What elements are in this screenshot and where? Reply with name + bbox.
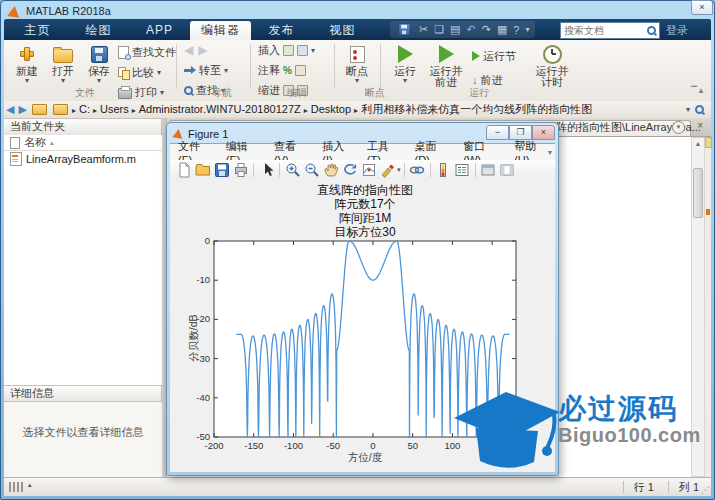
undo-icon[interactable]: ↶	[467, 23, 476, 36]
addr-dropdown-icon[interactable]: ▾	[686, 105, 690, 114]
insert-section-icon[interactable]	[283, 45, 294, 56]
menu-overflow-icon[interactable]: ▾	[548, 148, 552, 157]
code-analyzer-indicator[interactable]	[705, 137, 712, 148]
folder-columns-header[interactable]: 名称 ▴	[4, 135, 162, 151]
addr-back-icon[interactable]: ◀	[6, 103, 14, 116]
main-close-button[interactable]: ×	[691, 0, 713, 15]
addr-forward-icon[interactable]: ▶	[18, 103, 26, 116]
group-label-run: 运行	[444, 86, 514, 100]
link-plots-icon[interactable]	[408, 161, 427, 178]
quick-access-toolbar: ✂ ❏ ▤ ↶ ↷ ▦ ? ▾	[390, 21, 535, 38]
find-files-icon	[118, 46, 129, 59]
quick-save-icon[interactable]	[398, 23, 410, 35]
graduation-cap-icon	[446, 384, 566, 480]
hide-plot-tools-icon[interactable]	[479, 161, 498, 178]
search-input[interactable]	[561, 25, 647, 36]
brush-icon[interactable]	[378, 161, 397, 178]
editor-tab-close-icon[interactable]: ×	[697, 120, 703, 131]
insert-fx-icon[interactable]	[297, 45, 308, 56]
copy-icon[interactable]: ❏	[434, 23, 444, 36]
switch-window-icon[interactable]: ▦	[497, 23, 507, 36]
plot-title-line4: 目标方位30	[214, 225, 516, 239]
comment-button[interactable]: 注释 %	[258, 62, 306, 78]
goto-icon	[184, 65, 196, 75]
paste-icon[interactable]: ▤	[450, 23, 460, 36]
show-plot-tools-icon[interactable]	[498, 161, 517, 178]
group-label-navigate: 导航	[187, 86, 257, 100]
toolstrip-tab-视图[interactable]: 视图	[312, 21, 373, 40]
run-button[interactable]: 运行▾	[388, 44, 422, 84]
print-button[interactable]: 打印▾	[118, 84, 164, 100]
doc-search-box[interactable]	[560, 22, 660, 39]
run-section-button[interactable]: 运行节	[472, 48, 516, 64]
current-folder-header: 当前文件夹	[4, 118, 162, 136]
toolstrip-tab-APP[interactable]: APP	[129, 21, 190, 40]
matlab-logo-icon	[7, 5, 20, 18]
print-figure-icon[interactable]	[231, 161, 250, 178]
zoom-in-icon[interactable]	[283, 161, 302, 178]
toolstrip-tab-绘图[interactable]: 绘图	[68, 21, 129, 40]
insert-legend-icon[interactable]	[453, 161, 472, 178]
scrollbar-thumb[interactable]	[693, 168, 703, 218]
signin-link[interactable]: 登录	[666, 23, 688, 38]
toolstrip-tab-主页[interactable]: 主页	[7, 21, 68, 40]
insert-button[interactable]: 插入 ▾	[258, 42, 315, 58]
browse-folder-icon[interactable]	[53, 104, 68, 115]
run-time-button[interactable]: 运行并计时	[532, 44, 572, 88]
toolstrip: 主页绘图APP编辑器发布视图 ✂ ❏ ▤ ↶ ↷ ▦ ? ▾ 登录	[4, 19, 711, 40]
save-button[interactable]: 保存▾	[82, 44, 116, 84]
data-cursor-icon[interactable]	[359, 161, 378, 178]
open-button[interactable]: 打开▾	[46, 44, 80, 84]
pointer-tool-icon[interactable]	[257, 161, 276, 178]
breakpoints-button[interactable]: 断点▾	[340, 44, 374, 84]
compare-button[interactable]: 比较▾	[118, 64, 161, 80]
cut-icon[interactable]: ✂	[419, 23, 428, 36]
warning-marker[interactable]	[706, 209, 710, 215]
run-section-icon	[472, 51, 480, 61]
toolstrip-tab-发布[interactable]: 发布	[251, 21, 312, 40]
comment-percent-icon[interactable]: %	[283, 65, 292, 76]
search-icon[interactable]	[647, 26, 656, 35]
quick-toolbar-caret-icon[interactable]: ▾	[525, 25, 529, 34]
status-grip-arrow-icon[interactable]: ▴	[28, 481, 32, 489]
name-column-header[interactable]: 名称	[24, 135, 46, 150]
y-tick-label: 0	[205, 235, 210, 246]
rotate-3d-icon[interactable]	[340, 161, 359, 178]
ribbon: 新建▾ 打开▾ 保存▾ 查找文件 比较▾ 打印▾ 文件 ◀ ▶ 转至▾ 查找▾ …	[4, 40, 711, 102]
help-icon[interactable]: ?	[513, 24, 519, 36]
toolstrip-tab-编辑器[interactable]: 编辑器	[190, 21, 251, 40]
scrollbar-up-icon[interactable]: ▲	[692, 138, 704, 149]
plot-title-line3: 阵间距1M	[214, 211, 516, 225]
addr-search-icon[interactable]	[695, 105, 704, 114]
brush-caret-icon[interactable]: ▾	[397, 166, 401, 174]
up-folder-icon[interactable]	[32, 104, 47, 115]
uncomment-icon[interactable]	[295, 65, 306, 76]
breadcrumb-item[interactable]: C:	[79, 103, 90, 115]
new-button[interactable]: 新建▾	[10, 44, 44, 84]
main-title-bar: MATLAB R2018a	[4, 3, 711, 19]
back-icon[interactable]: ◀	[184, 43, 195, 57]
breadcrumb-item[interactable]: 利用相移补偿来仿真一个均匀线列阵的指向性图	[361, 103, 592, 115]
nav-back-forward[interactable]: ◀ ▶	[184, 42, 209, 58]
breadcrumb-item[interactable]: Desktop	[311, 103, 351, 115]
redo-icon[interactable]: ↷	[482, 23, 491, 36]
file-row[interactable]: LineArrayBeamform.m	[4, 151, 162, 166]
document-actions-icon[interactable]: ▾	[672, 121, 685, 134]
breadcrumb-item[interactable]: Administrator.WIN7U-20180127Z	[139, 103, 301, 115]
goto-button[interactable]: 转至▾	[184, 62, 228, 78]
breadcrumb-item[interactable]: Users	[100, 103, 129, 115]
run-advance-button[interactable]: 运行并前进	[426, 44, 466, 88]
find-files-button[interactable]: 查找文件	[118, 44, 176, 60]
ribbon-collapse-icon[interactable]: ▔▲	[691, 86, 705, 95]
pan-hand-icon[interactable]	[321, 161, 340, 178]
insert-colorbar-icon[interactable]	[434, 161, 453, 178]
open-file-icon[interactable]	[193, 161, 212, 178]
mfile-icon	[10, 152, 22, 166]
resize-grip-icon[interactable]: ⋰	[701, 485, 710, 495]
zoom-out-icon[interactable]	[302, 161, 321, 178]
forward-icon[interactable]: ▶	[198, 43, 209, 57]
new-figure-icon[interactable]	[174, 161, 193, 178]
file-name[interactable]: LineArrayBeamform.m	[26, 153, 136, 165]
figure-menu-bar: 文件(F)编辑(E)查看(V)插入(I)工具(T)桌面(D)窗口(W)帮助(H)…	[170, 144, 555, 161]
save-figure-icon[interactable]	[212, 161, 231, 178]
